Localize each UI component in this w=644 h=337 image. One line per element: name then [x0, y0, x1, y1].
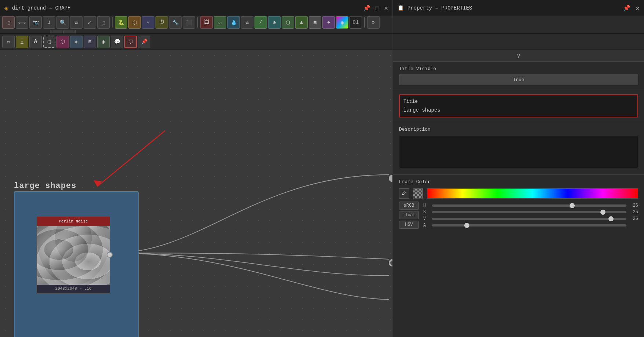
tool-connect-btn[interactable]: ⬡ — [128, 16, 141, 29]
description-label: Description — [399, 127, 638, 132]
tool-warp2-btn[interactable]: ◈ — [70, 36, 83, 48]
frame-label: large shapes — [14, 181, 76, 191]
tool-color-btn[interactable]: ◉ — [336, 16, 348, 29]
h-thumb[interactable] — [570, 203, 575, 208]
tool-paint-btn[interactable]: ⬡ — [56, 36, 69, 48]
graph-toolbar1: ⬚ ⟺ 📷 i 🔍 ⇄ ⤢ ⬚ 🐍 ⬡ ⤷ ⏱ 🔧 ⬛ 🖼 ☑ 💧 ⇄ / ⊗ … — [0, 16, 392, 34]
toolbar-row2: ∞ △ A ⬚ ⬡ ◈ ⊞ ◉ 💬 ⬡ 📌 — [0, 34, 644, 50]
h-slider-track[interactable] — [432, 204, 626, 207]
tool-share-btn[interactable]: ⬡ — [124, 36, 137, 48]
tool-clock-btn[interactable]: ⏱ — [155, 16, 168, 29]
tool-arrange-btn[interactable]: ⇄ — [70, 16, 83, 29]
eyedropper-btn[interactable]: 🖊 — [399, 188, 409, 199]
a-thumb[interactable] — [464, 223, 469, 228]
tool-circle-btn[interactable]: ● — [322, 16, 335, 29]
content-row: large shapes Perlin Noise 2048x2048 – L1… — [0, 50, 644, 337]
tool-link-btn[interactable]: ⧉ — [50, 30, 62, 34]
tool-drop-btn[interactable]: 💧 — [227, 16, 240, 29]
output-connector-mid[interactable] — [389, 259, 392, 267]
tool-gradient-btn[interactable]: ⊗ — [268, 16, 281, 29]
graph-icon: ◈ — [4, 4, 8, 12]
tool-bubble-btn[interactable]: 💬 — [111, 36, 123, 48]
tool-navigate-btn[interactable]: ⤢ — [84, 16, 96, 29]
tool-copy-btn[interactable]: ⬚ — [97, 16, 110, 29]
tool-frame-btn[interactable]: ⬚ — [2, 16, 15, 29]
hsv-btn[interactable]: HSV — [399, 221, 419, 229]
tool-screenshot-btn[interactable]: 📷 — [29, 16, 42, 29]
h-label: H — [423, 203, 429, 208]
tool-shuffle-btn[interactable]: ⇄ — [241, 16, 253, 29]
title-input-value[interactable]: large shapes — [403, 107, 634, 113]
node-footer: 2048x2048 – L16 — [37, 285, 110, 292]
srgb-btn[interactable]: sRGB — [399, 202, 419, 210]
tool-pin-btn[interactable]: 📌 — [138, 36, 150, 48]
tool-line-btn[interactable]: / — [255, 16, 267, 29]
tool-zoom-fit-btn[interactable]: ⟺ — [16, 16, 28, 29]
tool-warp-btn[interactable]: ⬡ — [282, 16, 294, 29]
close-icon[interactable]: ✕ — [384, 4, 388, 12]
tool-link2-btn[interactable]: ⟫ — [63, 30, 76, 34]
title-input-box[interactable]: Title large shapes — [399, 94, 638, 117]
tool-select-btn[interactable]: ⬚ — [43, 36, 55, 48]
prop-icon: 📋 — [398, 5, 404, 11]
v-thumb[interactable] — [608, 216, 614, 221]
tool-mountain-btn[interactable]: ▲ — [295, 16, 308, 29]
a-slider-track[interactable] — [432, 224, 626, 227]
pin-icon[interactable]: 📌 — [363, 4, 370, 12]
sep3 — [364, 17, 365, 28]
sliders-col: H 26 S 25 — [423, 202, 638, 229]
color-controls: sRGB Float HSV H 26 — [399, 202, 638, 229]
toolbar-row1: ⬚ ⟺ 📷 i 🔍 ⇄ ⤢ ⬚ 🐍 ⬡ ⤷ ⏱ 🔧 ⬛ 🖼 ☑ 💧 ⇄ / ⊗ … — [0, 16, 644, 34]
tool-grid-btn[interactable]: ⊞ — [309, 16, 321, 29]
s-value: 25 — [629, 210, 638, 215]
top-row: ◈ dirt_ground – GRAPH 📌 ⬚ ✕ 📋 Property –… — [0, 0, 644, 16]
graph-canvas[interactable]: large shapes Perlin Noise 2048x2048 – L1… — [0, 50, 392, 337]
v-label: V — [423, 216, 429, 221]
tool-zoom-btn[interactable]: 🔍 — [56, 16, 69, 29]
float-btn[interactable]: Float — [399, 211, 419, 219]
tool-image-btn[interactable]: 🖼 — [200, 16, 213, 29]
tool-check-btn[interactable]: ☑ — [214, 16, 226, 29]
color-picker-row: 🖊 — [399, 188, 638, 199]
tool-python-btn[interactable]: 🐍 — [115, 16, 127, 29]
sep1 — [112, 17, 113, 28]
description-section: Description — [393, 122, 644, 175]
tool-text-btn[interactable]: A — [29, 36, 42, 48]
graph-title: dirt_ground – GRAPH — [12, 5, 71, 11]
tool-more-btn[interactable]: » — [367, 16, 380, 29]
tool-bw-btn[interactable]: 01 — [350, 16, 362, 29]
node-perlin[interactable]: Perlin Noise 2048x2048 – L16 — [37, 216, 110, 293]
tool-wrench-btn[interactable]: 🔧 — [169, 16, 182, 29]
prop-pin-icon[interactable]: 📌 — [623, 4, 630, 12]
s-slider-track[interactable] — [432, 211, 626, 213]
tool-grid2-btn[interactable]: ⊞ — [84, 36, 96, 48]
app-container: ◈ dirt_ground – GRAPH 📌 ⬚ ✕ 📋 Property –… — [0, 0, 644, 337]
collapse-btn[interactable]: ∨ — [393, 50, 644, 62]
tool-triangle-btn[interactable]: △ — [16, 36, 28, 48]
svg-marker-1 — [94, 180, 102, 186]
prop-toolbar1 — [392, 16, 644, 34]
node-output-connector[interactable] — [107, 252, 113, 258]
node-size: 2048x2048 – L16 — [55, 286, 91, 291]
description-textarea[interactable] — [399, 135, 638, 168]
color-checker[interactable] — [413, 188, 423, 199]
prop-title: Property – PROPERTIES — [407, 5, 472, 11]
color-gradient-bar[interactable] — [427, 188, 638, 199]
tool-circle2-btn[interactable]: ◉ — [97, 36, 110, 48]
h-value: 26 — [629, 203, 638, 208]
tool-lasso-btn[interactable]: ∞ — [2, 36, 15, 48]
output-connector-top[interactable] — [389, 175, 392, 182]
tool-info-btn[interactable]: i — [43, 16, 55, 29]
collapse-icon: ∨ — [517, 52, 520, 59]
prop-close-icon[interactable]: ✕ — [636, 4, 640, 12]
title-visible-btn[interactable]: True — [399, 75, 638, 85]
node-name: Perlin Noise — [59, 219, 88, 224]
tool-display-btn[interactable]: ⬛ — [183, 16, 195, 29]
tool-path-btn[interactable]: ⤷ — [142, 16, 154, 29]
fullscreen-icon[interactable]: ⬚ — [376, 4, 379, 12]
v-slider-track[interactable] — [432, 218, 626, 220]
s-thumb[interactable] — [600, 210, 605, 215]
color-mode-col: sRGB Float HSV — [399, 202, 419, 229]
title-visible-section: Title Visible True — [393, 62, 644, 90]
properties-panel: ∨ Title Visible True Title large shapes … — [392, 50, 644, 337]
